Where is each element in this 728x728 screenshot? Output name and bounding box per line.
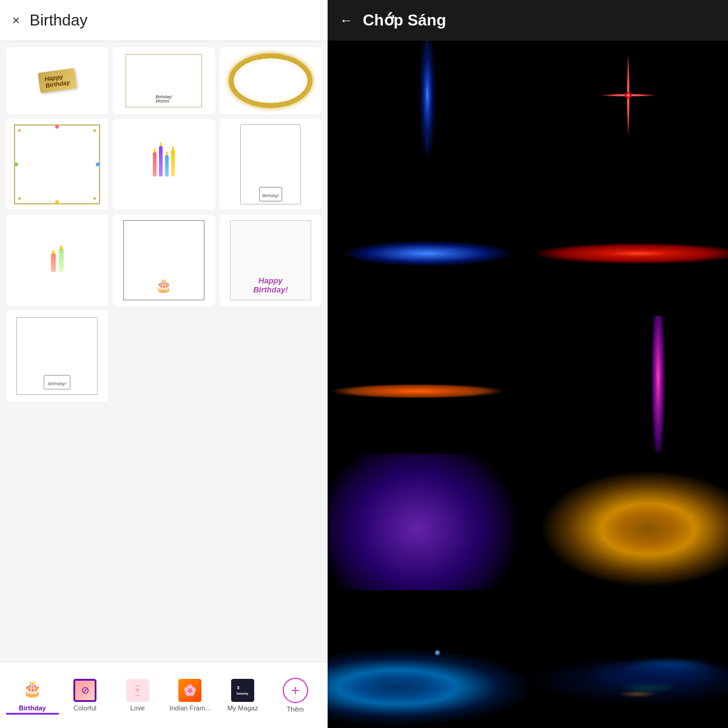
frame-firework-box[interactable]: HappyBirthday! [220,215,322,306]
effect-gold-horizontal[interactable] [528,454,728,590]
left-panel-title: Birthday [30,11,87,30]
right-panel-title: Chớp Sáng [363,11,446,30]
birthday-icon: 🎂 [19,675,46,702]
nav-item-magaz[interactable]: 3beauty My Magaz [217,679,269,712]
frame-photo-birthday[interactable]: Birthday! [220,119,322,210]
magaz-icon: 3beauty [231,679,254,702]
effect-purple-blob[interactable] [328,454,527,590]
nav-label-love: Love [130,704,145,712]
frame-small-candles[interactable] [6,215,108,306]
love-icon: —V— [126,679,149,702]
effect-red-horizontal[interactable] [528,178,728,315]
indian-icon: 🌸 [178,679,201,702]
frame-solo-box[interactable]: birthday! [6,311,108,402]
effects-grid [328,41,728,728]
effect-blue-wide[interactable] [328,592,527,728]
effect-orange-horizontal[interactable] [328,316,527,453]
frame-gold-circle[interactable] [220,47,322,114]
nav-label-indian: Indian Fram... [169,704,211,712]
right-panel: ← Chớp Sáng [328,0,728,728]
bottom-nav: 🎂 Birthday ⊘ Colorful —V— Love 🌸 Indian … [0,661,328,728]
frame-stars-border[interactable]: ★ ★ ★ ★ [6,119,108,210]
nav-label-magaz: My Magaz [228,704,258,712]
effect-rainbow[interactable] [528,592,728,728]
effect-red-star[interactable] [528,41,728,177]
nav-label-birthday: Birthday [19,704,46,712]
add-icon: + [283,678,308,703]
right-header: ← Chớp Sáng [328,0,728,41]
back-icon[interactable]: ← [340,13,353,29]
frame-box-wishes[interactable]: Birthday!Wishes [113,47,215,114]
nav-label-colorful: Colorful [73,704,96,712]
nav-item-love[interactable]: —V— Love [111,679,164,712]
effect-blue-horizontal[interactable] [328,178,527,315]
effect-pink-vertical[interactable] [528,316,728,453]
frame-sticker[interactable]: HappyBirthday [6,47,108,114]
frame-box-cake[interactable]: 🎂 [113,215,215,306]
effect-blue-vertical[interactable] [328,41,527,177]
nav-label-add: Thêm [287,706,304,713]
nav-item-indian[interactable]: 🌸 Indian Fram... [164,679,217,712]
frame-candles-sticker[interactable] [113,119,215,210]
nav-item-birthday[interactable]: 🎂 Birthday [6,675,59,715]
colorful-icon: ⊘ [73,679,96,702]
nav-item-add[interactable]: + Thêm [269,678,322,713]
close-icon[interactable]: × [12,14,20,27]
left-header: × Birthday [0,0,328,41]
nav-item-colorful[interactable]: ⊘ Colorful [59,679,112,712]
left-panel: × Birthday HappyBirthday Birthday!Wishes [0,0,328,728]
frames-grid: HappyBirthday Birthday!Wishes [0,41,328,661]
